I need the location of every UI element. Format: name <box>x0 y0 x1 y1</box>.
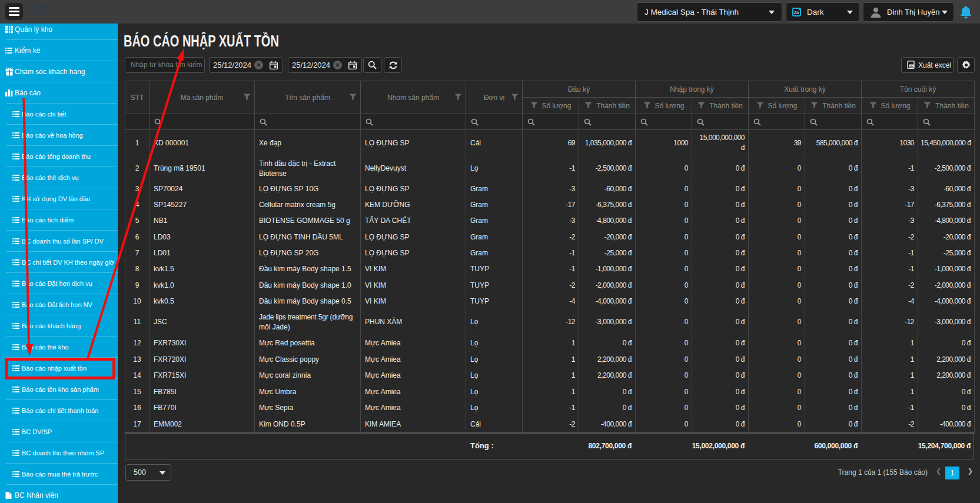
svg-text:MEDICAL: MEDICAL <box>44 6 59 9</box>
svg-text:Ab: Ab <box>794 11 799 15</box>
svg-text:- SPA -: - SPA - <box>47 11 55 14</box>
svg-text:J: J <box>36 6 40 14</box>
svg-text:xls: xls <box>910 65 913 68</box>
